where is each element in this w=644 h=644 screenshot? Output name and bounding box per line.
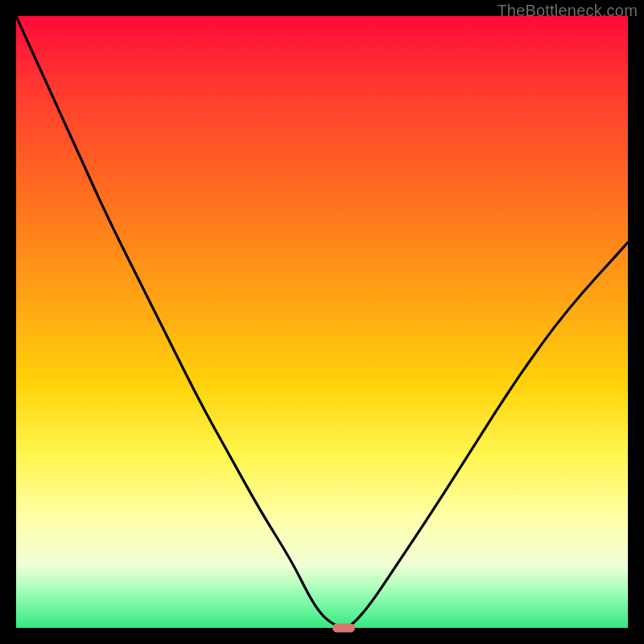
chart-frame: TheBottleneck.com (0, 0, 644, 644)
watermark-text: TheBottleneck.com (497, 2, 638, 20)
gradient-background (16, 16, 628, 628)
